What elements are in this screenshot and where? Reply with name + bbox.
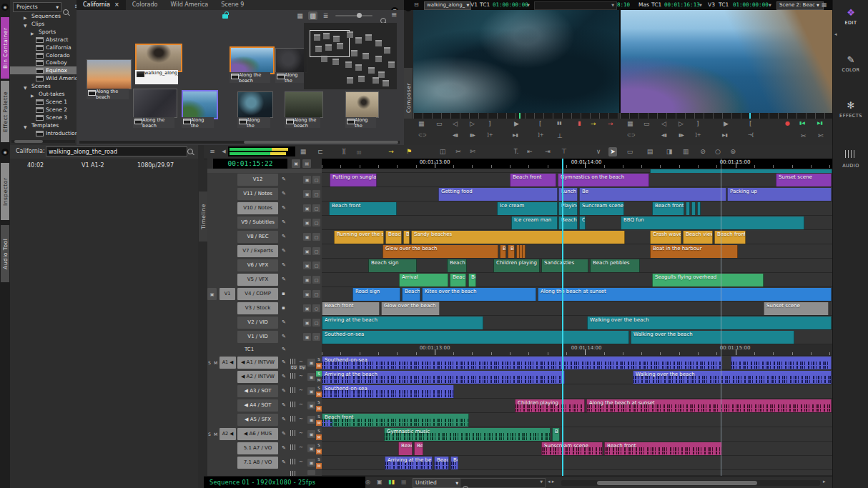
tree-item-colorado[interactable]: Colorado [10,51,77,59]
src-fast-menu-icon[interactable]: ▦ [418,120,425,127]
record-tc-menu-icon[interactable]: ▼ [769,0,771,10]
tree-item-sequences[interactable]: ▶Sequences [10,12,77,20]
bin-clip-thumbnail[interactable] [285,91,323,118]
timeline-menu-icon[interactable]: ≡ [208,147,217,156]
snap-toggle-icon[interactable]: ▦ [401,479,407,485]
list-view-icon[interactable]: ≣ [321,11,330,20]
src-prev-frame-icon[interactable]: ◀▮ [453,132,458,137]
clip-southend-on-sea[interactable]: Southend-on-sea [322,385,454,398]
record-track-icon[interactable]: ▣ [303,262,311,269]
workspace-color[interactable]: ✎ COLOR [833,54,868,73]
waveform-display-icon[interactable] [290,430,297,436]
clip-beach-front[interactable]: Beach front [714,231,746,244]
track-button-A8[interactable]: 7.1 A8 / VO [237,457,278,469]
clip-beac[interactable]: Beac [398,442,413,455]
source-patch-A1[interactable]: A1 ◀ [220,357,236,369]
src-extend-icon[interactable]: ]+ [538,132,544,138]
bin-tab-california[interactable]: California× [77,0,126,10]
grid-overlay-icon[interactable]: ▦ [822,0,827,10]
record-track-icon[interactable]: ▣ [303,290,311,298]
track-lane-A9[interactable] [322,470,832,476]
lock-icon[interactable]: ▪ [282,305,285,311]
tree-item-templates[interactable]: ▼Templates [10,121,77,129]
search-menu-icon[interactable]: ▼ [540,479,543,484]
mute-button[interactable]: M [316,406,322,412]
track-button-V9[interactable]: V9 / Subtitles [237,216,278,229]
src-step-back-icon[interactable]: ◁ [453,120,458,127]
track-button-V7[interactable]: V7 / Experts [237,245,278,257]
timeline-hscrollbar[interactable] [561,480,820,486]
automation-icon[interactable]: ~ [299,444,303,450]
pencil-icon[interactable]: ✎ [282,388,286,394]
record-track-icon[interactable]: ▣ [303,247,311,255]
clip-boat-in-the-harbour[interactable]: Boat in the harbour [650,245,738,258]
clip-crash-wave[interactable]: Crash wave [650,231,681,244]
src-pause-icon[interactable]: ▮▮ [557,120,562,125]
rec-play-to-out-icon[interactable]: ▶▮ [722,132,728,137]
clip-beach-pebbles[interactable]: Beach pebbles [590,259,640,272]
clip-arriving-at-the-beach[interactable]: Arriving at the beach [322,317,483,329]
track-button-A3[interactable]: ◀ A3 / SOT [237,385,278,397]
rec-record-icon[interactable]: ● [785,120,790,126]
timeline-ruler[interactable]: 00:01:13:0000:01:14:0000:01:15:00 [322,159,832,169]
clip-beach-front[interactable]: Beach front [329,202,397,215]
workspace-effects[interactable]: ✻ EFFECTS [833,100,868,119]
monitor-track-icon[interactable]: ○ [312,304,320,312]
rec-gang-icon[interactable]: ⊂⊃ [627,132,636,138]
clip-glow-over-the-beach[interactable]: Glow over the beach [381,302,440,315]
rec-go-in-icon[interactable]: →[ [748,132,754,138]
track-button-V2[interactable]: V2 / VID [237,317,278,329]
bin-tab-colorado[interactable]: Colorado [126,0,164,10]
mute-button[interactable]: M [316,463,322,469]
tree-hscrollbar[interactable] [11,140,75,143]
monitor-track-icon[interactable]: ▣ [307,373,315,381]
tab-close-icon[interactable]: × [114,1,119,8]
clip-packing-up[interactable]: Packing up [727,188,832,201]
clip-beach-front[interactable]: Beach front [510,174,556,186]
pencil-icon[interactable]: ✎ [282,205,286,211]
pencil-icon[interactable]: ✎ [282,234,286,239]
clip-sunset-scene[interactable]: Sunset scene [776,174,832,186]
pencil-icon[interactable]: ✎ [282,248,286,254]
automation-icon[interactable]: ~ [299,359,303,364]
clip-b[interactable]: B [500,245,506,258]
pencil-icon[interactable]: ✎ [282,319,286,325]
source-name-menu[interactable]: ▼ [534,1,617,10]
workspace-edit[interactable]: ❖ EDIT [833,7,868,26]
video-quality-icon[interactable]: ▦ [299,147,307,156]
solo-button[interactable]: S [316,357,322,362]
playhead[interactable] [562,159,563,476]
rec-next-frame-icon[interactable]: ▮▶ [679,132,684,137]
bin-tab-scene-9[interactable]: Scene 9 [214,0,250,10]
sequence-menu[interactable]: Scene 2: Beac ▼ [776,1,824,10]
flag-icon[interactable]: ⚑ [405,147,413,156]
mute-button[interactable]: M [316,363,322,369]
track-button-V8[interactable]: V8 / REC [237,231,278,243]
bin-clip-thumbnail[interactable] [345,91,379,118]
track-button-V11[interactable]: V11 / Notes [237,188,278,200]
monitor-track-icon[interactable]: ▢ [312,333,320,341]
src-monitor-icon[interactable]: ▭ [436,120,443,127]
src-lift-icon[interactable]: → [608,120,613,127]
tree-item-clips[interactable]: ▼Clips [10,20,77,28]
solo-button[interactable]: S [316,371,322,377]
lasso-tool-icon[interactable]: ▭ [626,147,634,156]
source-position-bar[interactable] [413,113,619,119]
tree-item-equinox[interactable]: Equinox [10,66,77,74]
rec-fast-menu-icon[interactable]: ▦ [627,120,633,127]
bin-container-tab[interactable]: Bin Container [1,17,9,79]
toggle-source-record-icon[interactable]: ▣ [292,159,300,168]
bin-minimap[interactable] [304,23,397,89]
clip-suncream-scene[interactable]: Suncream scene [579,202,624,215]
razor-icon[interactable]: ✄ [468,147,477,156]
waveform-display-icon[interactable] [290,387,297,393]
pencil-icon[interactable]: ✎ [282,459,286,465]
projects-dropdown[interactable]: Projects▼ [13,2,61,12]
monitor-track-icon[interactable]: ▢ [312,276,320,284]
clip-be[interactable]: Be [414,442,423,455]
solo-button[interactable]: S [316,399,322,405]
monitor-track-icon[interactable]: ▣ [307,402,315,409]
rec-monitor-icon[interactable]: ▭ [643,120,650,127]
speaker-icon[interactable]: ◀ [220,147,228,156]
pencil-icon[interactable]: ✎ [282,374,286,379]
